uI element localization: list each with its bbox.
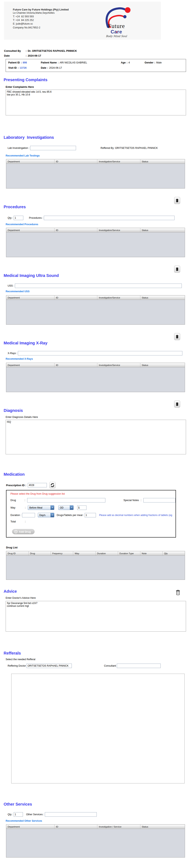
- special-notes-input[interactable]: [143, 498, 176, 502]
- procedures-input[interactable]: [44, 216, 175, 220]
- patient-id-cell: Patient ID:898: [8, 61, 41, 64]
- column-header-department: Department: [6, 159, 54, 164]
- drug-list-label: Drug List: [6, 546, 187, 549]
- visit-id-label: Visit ID: [8, 66, 17, 69]
- patient-gender-cell: Gender:Male: [145, 61, 183, 64]
- logo-word-care: Care♥: [111, 29, 122, 34]
- xrays-input[interactable]: [18, 351, 182, 355]
- recommended-lab-testings-link[interactable]: Recommended Lab Testings: [6, 154, 187, 157]
- reffering-doctor-input[interactable]: [27, 663, 72, 668]
- section-title-laboratory: Laboratory Investigations: [4, 135, 187, 140]
- consulted-by-row: Consulted By : Dr. ORITSETSETOS RAPHAEL …: [4, 49, 187, 52]
- uss-input[interactable]: [15, 284, 182, 288]
- patient-name-cell: Patient Name:ARI NICOLAS GABRIEL: [41, 61, 121, 64]
- chevron-down-icon: ▼: [70, 505, 73, 510]
- meal-time-select[interactable]: Before Meal▼: [28, 505, 54, 510]
- delete-procedure-item-button[interactable]: [174, 266, 180, 273]
- patient-name-value: ARI NICOLAS GABRIEL: [60, 61, 87, 64]
- other-services-input[interactable]: [45, 812, 97, 817]
- lab-field-row: Lab Investingation : Reffered By : ORITS…: [8, 146, 187, 150]
- age-value: 4: [128, 61, 130, 64]
- drug-list-table: Drug ID Drug Fequency Way Duration Durat…: [6, 551, 185, 580]
- duration-type-select[interactable]: Day/s▼: [38, 513, 54, 517]
- complaints-sublabel: Enter Complaints Here: [6, 85, 187, 88]
- xray-table: Department ID Investigation/Service Stat…: [6, 363, 185, 392]
- consultant-label: Consultant: [104, 664, 117, 667]
- diagnosis-sublabel: Enter Diagnosis Details Here: [6, 416, 187, 418]
- duration-input[interactable]: [22, 513, 35, 517]
- duration-label: Duration :: [10, 514, 22, 517]
- add-drug-button[interactable]: + Add Drug: [12, 529, 35, 534]
- reffered-by-value: ORITSETSETOS RAPHAEL PINNICK: [115, 147, 158, 149]
- delete-uss-item-button[interactable]: [174, 333, 180, 340]
- column-header-investigation: Investigation/Service: [97, 296, 140, 300]
- colon: :: [153, 61, 156, 64]
- referrals-sublabel: Select the needed Refferal: [6, 658, 187, 661]
- xray-field-row: X-Rays :: [8, 351, 187, 355]
- frequency-qty-input[interactable]: [77, 505, 86, 510]
- column-header-status: Status: [140, 228, 185, 232]
- colon: :: [17, 66, 20, 69]
- total-row: Total :: [10, 520, 176, 523]
- xray-table-empty-body: [6, 367, 185, 392]
- per-meal-input[interactable]: [85, 513, 96, 517]
- company-name: Future Care by Future Holdings (Pty) Lim…: [13, 8, 69, 11]
- recommended-xrays-link[interactable]: Recommended X-Rays: [6, 358, 187, 360]
- recommended-other-services-link[interactable]: Recommended Other Services: [6, 819, 187, 822]
- lab-investigation-input[interactable]: [30, 146, 76, 150]
- heart-icon: ♥: [116, 31, 118, 33]
- procedures-table: Department ID Investigation/Service Stat…: [6, 228, 185, 257]
- colon: :: [141, 499, 143, 502]
- diagnosis-textarea[interactable]: ISQ: [6, 420, 186, 454]
- column-header-status: Status: [140, 825, 185, 829]
- colon: :: [25, 54, 28, 57]
- uss-table: Department ID Investigation/Service Stat…: [6, 295, 185, 324]
- procedures-qty-input[interactable]: [14, 216, 23, 220]
- column-header-id: ID: [54, 228, 97, 232]
- trash-icon: [176, 590, 180, 595]
- refresh-prescription-button[interactable]: [49, 482, 56, 488]
- consultant-input[interactable]: [117, 663, 161, 668]
- company-phone-1: T: +24 82 593 593: [13, 15, 69, 18]
- uss-table-empty-body: [6, 300, 185, 324]
- delete-drug-item-button[interactable]: [175, 589, 181, 596]
- frequency-select[interactable]: OD▼: [58, 505, 74, 510]
- visit-id-cell: Visit ID:13726: [8, 66, 41, 69]
- visit-date-cell: Date:2024-06-17: [41, 66, 121, 69]
- section-title-medication: Medication: [4, 472, 187, 477]
- column-header-id: ID: [54, 363, 97, 367]
- company-email: E: jude@future.sc: [13, 22, 69, 26]
- other-services-qty-input[interactable]: [14, 812, 23, 817]
- column-header-status: Status: [140, 296, 185, 300]
- colon: :: [25, 506, 28, 509]
- consult-date-label: Date: [4, 54, 25, 57]
- prescription-row: Prescription ID :: [6, 482, 187, 488]
- column-header-duration-type: Duration Type: [118, 551, 140, 556]
- prescription-id-input[interactable]: [28, 483, 47, 487]
- other-services-table-empty-body: [6, 829, 185, 858]
- complaints-textarea[interactable]: FBC showed elevated wbc 14.5, neu 85.6 l…: [6, 90, 186, 115]
- column-header-drug: Drug: [29, 551, 51, 556]
- delete-lab-item-button[interactable]: [174, 197, 180, 204]
- gender-label: Gender: [145, 61, 153, 64]
- column-header-note: Note: [140, 551, 162, 556]
- company-logo: Future Care♥ Body Mind Soul: [93, 5, 140, 38]
- procedures-field-row: Qty : Procedures :: [8, 216, 187, 220]
- recommended-procedures-link[interactable]: Recommended Procedures: [6, 223, 187, 226]
- special-notes-label: Special Notes: [123, 499, 141, 502]
- age-label: Age: [121, 61, 126, 64]
- recommended-uss-link[interactable]: Recommended USS: [6, 290, 187, 293]
- column-header-id: ID: [54, 159, 97, 164]
- per-meal-label: Drugs/Tablets per meal :: [57, 514, 85, 517]
- logo-word-future: Future: [93, 23, 140, 29]
- patient-summary-bar: Patient ID:898 Patient Name:ARI NICOLAS …: [6, 59, 186, 72]
- drug-suggestion-warning: Please select the Drug from Drug suggess…: [10, 492, 176, 495]
- decimal-fraction-note: Please add as decimal numbers when addin…: [99, 514, 172, 517]
- drug-input[interactable]: [27, 498, 105, 502]
- advice-textarea[interactable]: Syr Dexorange 5ml bd x10/7 continue curr…: [6, 601, 186, 631]
- company-info: Future Care by Future Holdings (Pty) Lim…: [13, 5, 69, 38]
- way-row: Way : Before Meal▼ OD▼: [10, 505, 176, 510]
- column-header-drug-id: Drug ID: [6, 551, 29, 556]
- colon: :: [46, 66, 49, 69]
- delete-xray-item-button[interactable]: [174, 401, 180, 408]
